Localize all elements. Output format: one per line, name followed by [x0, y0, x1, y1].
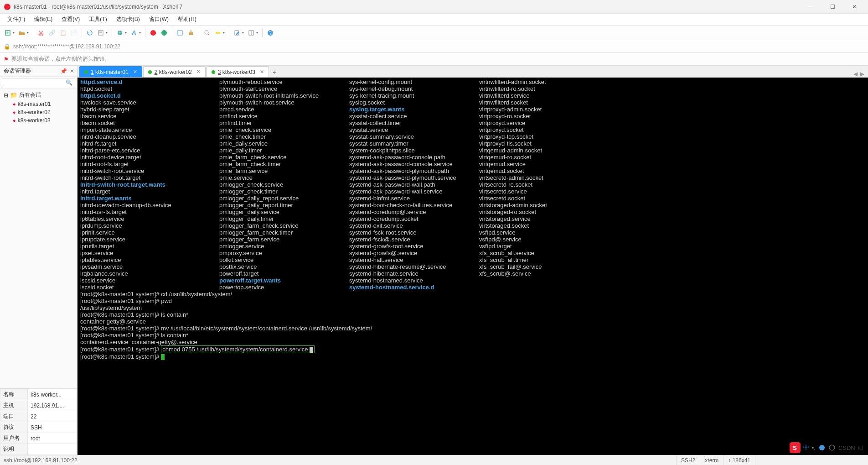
tab-nav: ◀ ▶	[853, 71, 864, 77]
app-icon	[4, 3, 11, 10]
term-row: initrd-root-fs.targetpmie_farm_check.tim…	[80, 161, 865, 167]
globe-icon[interactable]	[115, 28, 125, 38]
menu-item[interactable]: 文件(F)	[3, 14, 30, 25]
svg-point-23	[829, 445, 835, 450]
term-line: /usr/lib/systemd/system	[80, 304, 865, 311]
new-session-icon[interactable]	[3, 28, 13, 38]
open-folder-icon[interactable]	[17, 28, 27, 38]
term-row: ip6tables.servicepmlogger_daily.timersys…	[80, 215, 865, 222]
terminal[interactable]: httpd.service.dplymouth-reboot.servicesy…	[78, 78, 868, 455]
lock-icon: 🔒	[4, 43, 10, 50]
hint-text: 要添加当前会话，点击左侧的箭头按钮。	[11, 55, 110, 63]
reconnect-icon[interactable]	[85, 28, 95, 38]
session-tree: ⊟ 📁 所有会话 ●k8s-master01●k8s-worker02●k8s-…	[0, 89, 77, 388]
close-icon[interactable]: ✕	[260, 69, 264, 75]
term-row: hybrid-sleep.targetpmcd.servicesyslog.ta…	[80, 106, 865, 113]
status-term: xterm	[700, 455, 723, 465]
term-row: ibacm.servicepmfind.servicesysstat-colle…	[80, 113, 865, 120]
term-row: irqbalance.servicepoweroff.targetsystemd…	[80, 270, 865, 277]
toolbar: ▾ ▾ 🔗 📋 📄 ▾ ▾ A▾ ▾ ▾ ▾ ?	[0, 26, 868, 40]
xftp-icon[interactable]	[159, 28, 169, 38]
tree-root[interactable]: ⊟ 📁 所有会话	[0, 90, 77, 100]
menu-item[interactable]: 编辑(E)	[30, 14, 57, 25]
pin-icon[interactable]: 📌	[60, 68, 67, 74]
layout-icon[interactable]	[246, 28, 256, 38]
term-row: iscsid.socketpowertop.servicesystemd-hos…	[80, 284, 865, 291]
prop-key: 用户名	[0, 433, 28, 444]
prop-key: 说明	[0, 444, 28, 455]
tree-host-label: k8s-worker03	[18, 117, 51, 124]
properties-icon[interactable]	[96, 28, 106, 38]
term-row: httpd.socket.dplymouth-switch-root-initr…	[80, 92, 865, 99]
term-row: initrd.target.wantspmlogger_daily_report…	[80, 195, 865, 202]
addressbar: 🔒 ssh://root:***************@192.168.91.…	[0, 40, 868, 53]
term-line: [root@k8s-master01 system]# cd /usr/lib/…	[80, 291, 865, 298]
close-button[interactable]: ✕	[844, 0, 864, 13]
close-icon[interactable]: ✕	[196, 69, 201, 75]
tab[interactable]: 1 k8s-master01✕	[79, 66, 142, 77]
tree-host[interactable]: ●k8s-master01	[0, 100, 77, 108]
tab-prev-icon[interactable]: ◀	[853, 71, 858, 77]
prop-val	[28, 444, 77, 455]
copy-icon[interactable]: 📋	[58, 28, 68, 38]
svg-point-10	[150, 30, 156, 36]
menu-item[interactable]: 工具(T)	[84, 14, 111, 25]
term-row: hwclock-save.serviceplymouth-switch-root…	[80, 99, 865, 106]
tree-host[interactable]: ●k8s-worker03	[0, 116, 77, 125]
term-line: containerd.service container-getty@.serv…	[80, 339, 865, 345]
term-row: iprutils.targetpmlogger.servicesystemd-g…	[80, 243, 865, 250]
close-icon[interactable]: ✕	[70, 68, 74, 74]
search-icon[interactable]	[202, 28, 212, 38]
svg-point-0	[4, 4, 10, 10]
term-row: iscsid.servicepoweroff.target.wantssyste…	[80, 277, 865, 284]
menu-item[interactable]: 帮助(H)	[173, 14, 201, 25]
close-icon[interactable]: ✕	[133, 69, 137, 75]
term-row: initrd.targetpmlogger_check.timersystemd…	[80, 188, 865, 195]
menu-item[interactable]: 窗口(W)	[145, 14, 173, 25]
term-row: iprdump.servicepmlogger_farm_check.servi…	[80, 222, 865, 229]
svg-text:?: ?	[269, 31, 272, 36]
watermark: CSDN	[838, 444, 855, 451]
menu-item[interactable]: 查看(V)	[57, 14, 84, 25]
svg-rect-13	[189, 32, 193, 35]
prop-val: k8s-worker...	[28, 389, 77, 400]
help-icon[interactable]: ?	[265, 28, 275, 38]
term-line: [root@k8s-master01 system]#	[80, 353, 865, 360]
lock-icon[interactable]	[186, 28, 196, 38]
fullscreen-icon[interactable]	[175, 28, 185, 38]
address-text[interactable]: ssh://root:***************@192.168.91.10…	[13, 43, 120, 50]
cut-icon[interactable]	[36, 28, 46, 38]
status-size: ↕ 186x41	[723, 455, 755, 465]
term-row: iptables.servicepolkit.servicesystemd-ha…	[80, 256, 865, 263]
paste-icon[interactable]: 📄	[69, 28, 79, 38]
tab[interactable]: 2 k8s-worker02✕	[143, 66, 206, 77]
titlebar: k8s-master01 - root@k8s-master01:/usr/li…	[0, 0, 868, 14]
link-icon[interactable]: 🔗	[47, 28, 57, 38]
menu-item[interactable]: 选项卡(B)	[112, 14, 145, 25]
tab-next-icon[interactable]: ▶	[860, 71, 864, 77]
highlight-icon[interactable]	[213, 28, 223, 38]
status-dot-icon	[84, 70, 88, 74]
term-row: ipset.servicepmproxy.servicesystemd-grow…	[80, 250, 865, 256]
maximize-button[interactable]: ☐	[822, 0, 842, 13]
tree-host[interactable]: ●k8s-worker02	[0, 108, 77, 116]
svg-point-14	[205, 31, 208, 34]
prop-val: 22	[28, 411, 77, 422]
minimize-button[interactable]: ―	[801, 0, 821, 13]
search-input[interactable]	[2, 78, 75, 87]
term-line: [root@k8s-master01 system]# mv /usr/loca…	[80, 325, 865, 332]
font-icon[interactable]: A	[129, 28, 139, 38]
sidebar-properties: 名称k8s-worker...主机192.168.91....端口22协议SSH…	[0, 388, 77, 455]
tab[interactable]: 3 k8s-worker03✕	[207, 66, 269, 77]
add-tab-button[interactable]: +	[270, 68, 279, 77]
term-row: initrd-fs.targetpmie_daily.servicesyssta…	[80, 140, 865, 147]
menubar: 文件(F)编辑(E)查看(V)工具(T)选项卡(B)窗口(W)帮助(H)	[0, 14, 868, 26]
prop-row: 协议SSH	[0, 422, 77, 433]
compose-icon[interactable]	[232, 28, 242, 38]
term-line: [root@k8s-master01 system]# pwd	[80, 298, 865, 304]
term-row: initrd-udevadm-cleanup-db.servicepmlogge…	[80, 202, 865, 209]
term-row: initrd-parse-etc.servicepmie_daily.timer…	[80, 147, 865, 154]
xshell-icon[interactable]	[148, 28, 158, 38]
svg-line-15	[208, 34, 209, 35]
tab-label: 3 k8s-worker03	[218, 69, 255, 75]
